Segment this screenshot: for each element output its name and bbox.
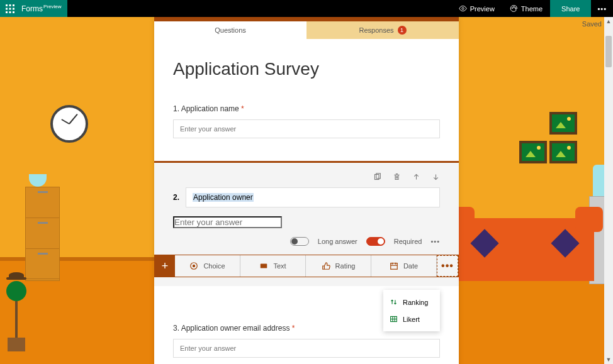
svg-rect-6 bbox=[6, 11, 8, 13]
likert-label: Likert bbox=[403, 316, 420, 323]
required-asterisk: * bbox=[292, 324, 295, 333]
vertical-scrollbar[interactable]: ▲ ▼ bbox=[604, 17, 613, 364]
scroll-down-icon[interactable]: ▼ bbox=[604, 355, 613, 364]
radio-icon bbox=[189, 262, 198, 270]
question-title-text: Application owner bbox=[193, 193, 254, 202]
scroll-up-icon[interactable]: ▲ bbox=[604, 17, 613, 26]
add-likert-item[interactable]: Likert bbox=[383, 311, 440, 328]
date-label: Date bbox=[403, 262, 418, 270]
move-up-icon[interactable] bbox=[412, 173, 420, 181]
move-down-icon[interactable] bbox=[432, 173, 440, 181]
add-rating-button[interactable]: Rating bbox=[306, 255, 371, 277]
answer-input[interactable] bbox=[173, 216, 282, 228]
save-status: Saved bbox=[582, 20, 602, 28]
answer-input[interactable] bbox=[173, 339, 440, 358]
waffle-icon bbox=[6, 4, 14, 13]
choice-label: Choice bbox=[203, 262, 225, 270]
svg-point-12 bbox=[515, 8, 516, 9]
scrollbar-thumb[interactable] bbox=[605, 36, 612, 67]
form-card: Questions Responses 1 Application Survey… bbox=[154, 17, 459, 364]
delete-icon[interactable] bbox=[393, 173, 401, 181]
waffle-menu-button[interactable] bbox=[0, 0, 20, 17]
share-button[interactable]: Share bbox=[550, 0, 591, 17]
svg-point-16 bbox=[193, 265, 195, 267]
svg-rect-7 bbox=[9, 11, 11, 13]
eye-icon bbox=[459, 4, 467, 13]
theme-button[interactable]: Theme bbox=[502, 0, 550, 17]
answer-input[interactable] bbox=[173, 119, 440, 138]
ranking-icon bbox=[390, 298, 398, 306]
svg-rect-1 bbox=[9, 4, 11, 6]
long-answer-toggle[interactable] bbox=[290, 237, 309, 246]
add-date-button[interactable]: Date bbox=[371, 255, 437, 277]
required-asterisk: * bbox=[241, 104, 244, 113]
form-tabs: Questions Responses 1 bbox=[154, 21, 459, 39]
svg-rect-2 bbox=[13, 4, 14, 6]
tab-responses-label: Responses bbox=[359, 26, 393, 34]
long-answer-label: Long answer bbox=[318, 238, 357, 245]
question-number: 1. bbox=[173, 104, 179, 113]
palette-icon bbox=[510, 4, 518, 13]
preview-button[interactable]: Preview bbox=[451, 0, 502, 17]
copy-icon[interactable] bbox=[373, 173, 381, 181]
svg-rect-8 bbox=[13, 11, 14, 13]
add-text-button[interactable]: Text bbox=[240, 255, 306, 277]
svg-rect-5 bbox=[13, 8, 14, 9]
app-badge: Preview bbox=[43, 4, 61, 9]
ranking-label: Ranking bbox=[403, 299, 428, 306]
svg-point-11 bbox=[514, 6, 515, 8]
tab-questions[interactable]: Questions bbox=[154, 21, 306, 39]
question-title-input[interactable]: Application owner bbox=[186, 187, 440, 207]
add-question-bar: + Choice Text Rating Date ••• bbox=[154, 255, 459, 277]
share-label: Share bbox=[561, 5, 580, 13]
question-label: Application name bbox=[181, 104, 239, 113]
preview-label: Preview bbox=[470, 5, 495, 13]
grid-icon bbox=[390, 315, 398, 323]
svg-rect-3 bbox=[6, 8, 8, 9]
more-button[interactable]: ••• bbox=[591, 0, 613, 17]
svg-rect-4 bbox=[9, 8, 11, 9]
question-label: Application owner email address bbox=[181, 324, 290, 333]
theme-label: Theme bbox=[521, 5, 543, 13]
tab-questions-label: Questions bbox=[215, 26, 246, 34]
tab-responses[interactable]: Responses 1 bbox=[306, 21, 459, 39]
question-2-editor: 2. Application owner Long answer Require… bbox=[154, 161, 459, 286]
add-more-button[interactable]: ••• bbox=[437, 255, 458, 277]
add-choice-button[interactable]: Choice bbox=[175, 255, 240, 277]
svg-point-9 bbox=[462, 8, 464, 9]
required-toggle[interactable] bbox=[366, 237, 385, 246]
responses-count-badge: 1 bbox=[398, 26, 407, 35]
app-name: Forms bbox=[21, 4, 43, 13]
question-number: 2. bbox=[173, 193, 179, 202]
app-titlebar: FormsPreview Preview Theme Share ••• bbox=[0, 0, 613, 17]
svg-point-10 bbox=[512, 8, 513, 9]
form-title[interactable]: Application Survey bbox=[173, 59, 440, 79]
thumbs-up-icon bbox=[322, 262, 330, 270]
svg-rect-0 bbox=[6, 4, 8, 6]
app-brand[interactable]: FormsPreview bbox=[20, 0, 67, 17]
question-1[interactable]: 1. Application name * bbox=[173, 104, 440, 138]
required-label: Required bbox=[394, 238, 422, 245]
add-ranking-item[interactable]: Ranking bbox=[383, 294, 440, 311]
svg-rect-18 bbox=[391, 263, 398, 270]
calendar-icon bbox=[390, 262, 398, 270]
question-number: 3. bbox=[173, 324, 179, 333]
text-icon bbox=[259, 262, 268, 270]
rating-label: Rating bbox=[335, 262, 356, 270]
add-more-menu: Ranking Likert bbox=[383, 290, 440, 331]
ellipsis-icon: ••• bbox=[597, 5, 607, 13]
add-question-button[interactable]: + bbox=[155, 255, 175, 277]
svg-rect-17 bbox=[261, 264, 267, 268]
text-label: Text bbox=[273, 262, 286, 270]
clock-graphic bbox=[50, 105, 88, 143]
question-more-button[interactable]: ••• bbox=[430, 238, 440, 245]
